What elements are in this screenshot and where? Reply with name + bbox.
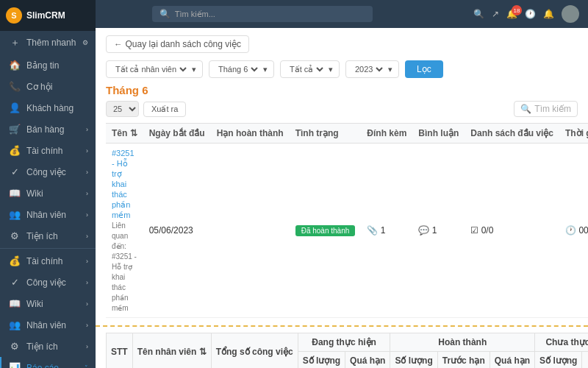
category-select[interactable]: Tất cả bbox=[287, 64, 326, 74]
sidebar-label: Bảng tin bbox=[26, 60, 59, 71]
category-filter[interactable]: Tất cả ▾ bbox=[280, 60, 340, 78]
task-checklist: ☑ 0/0 bbox=[465, 144, 559, 318]
month-filter[interactable]: Tháng 6 ▾ bbox=[209, 60, 274, 78]
task-search-box[interactable]: 🔍 Tìm kiếm bbox=[514, 101, 578, 117]
logo-icon: S bbox=[6, 7, 22, 24]
sidebar-item-nhan-vien[interactable]: 👥 Nhân viên › bbox=[0, 204, 96, 225]
col-due: Hạn hoàn thành bbox=[211, 124, 290, 144]
search-icon: 🔍 bbox=[159, 9, 171, 19]
sidebar-item-tai-chinh2[interactable]: 💰 Tài chính › bbox=[0, 250, 96, 272]
utility-icon: ⚙ bbox=[9, 230, 21, 241]
finance2-icon: 💰 bbox=[9, 255, 21, 266]
col-ip-qty: Số lượng bbox=[298, 352, 345, 369]
col-comment: Bình luận bbox=[412, 124, 465, 144]
sidebar-item-tien-ich[interactable]: ⚙ Tiện ích › bbox=[0, 225, 96, 247]
sidebar-item-cong-viec2[interactable]: ✓ Công việc › bbox=[0, 272, 96, 293]
search-icon: 🔍 bbox=[520, 104, 531, 114]
tasks-controls: 25 Xuất ra 🔍 Tìm kiếm bbox=[106, 101, 578, 117]
col-done-qty: Số lượng bbox=[390, 352, 437, 369]
year-select[interactable]: 2023 bbox=[352, 64, 385, 74]
filter-row: Tất cả nhân viên ▾ Tháng 6 ▾ Tất cả ▾ bbox=[106, 60, 578, 78]
sidebar-item-them-nhanh[interactable]: ＋ Thêm nhanh ⚙ bbox=[0, 31, 96, 54]
page-size-select[interactable]: 25 bbox=[106, 101, 139, 117]
topbar: 🔍 Tìm kiếm... 🔍 ↗ 🔔 18 🕐 🔔 bbox=[96, 0, 588, 28]
year-filter[interactable]: 2023 ▾ bbox=[345, 60, 399, 78]
sidebar-item-tai-chinh[interactable]: 💰 Tài chính › bbox=[0, 140, 96, 161]
sidebar-item-bao-cao[interactable]: 📊 Báo cáo ˅ bbox=[0, 357, 96, 368]
main-content: 🔍 Tìm kiếm... 🔍 ↗ 🔔 18 🕐 🔔 ← Quay lại da… bbox=[96, 0, 588, 368]
sidebar-item-bang-tin[interactable]: 🏠 Bảng tin bbox=[0, 54, 96, 76]
app-logo: S SlimCRM bbox=[0, 0, 96, 31]
sidebar-item-co-hoi[interactable]: 📞 Cơ hội bbox=[0, 76, 96, 97]
employee-select[interactable]: Tất cả nhân viên bbox=[112, 64, 189, 74]
task-status: Đã hoàn thành bbox=[290, 144, 362, 318]
chevron-right-icon: › bbox=[86, 169, 88, 176]
share-icon[interactable]: ↗ bbox=[492, 9, 499, 19]
sidebar-label: Thêm nhanh bbox=[26, 38, 76, 48]
settings-icon: ⚙ bbox=[82, 39, 88, 46]
task-link[interactable]: #3251 - Hỗ trợ khai thác phần mềm bbox=[112, 149, 135, 219]
task-name-cell: #3251 - Hỗ trợ khai thác phần mềm Liên q… bbox=[106, 144, 143, 318]
sidebar-item-wiki2[interactable]: 📖 Wiki › bbox=[0, 293, 96, 314]
task-icon: ✓ bbox=[9, 166, 21, 177]
col-attach: Đính kèm bbox=[361, 124, 412, 144]
user-icon: 👤 bbox=[9, 102, 21, 113]
sidebar-label: Tiện ích bbox=[26, 342, 58, 352]
lower-section: STT Tên nhân viên ⇅ Tổng số công việc Đa… bbox=[96, 327, 588, 368]
sidebar-label: Wiki bbox=[26, 188, 43, 199]
people2-icon: 👥 bbox=[9, 319, 21, 330]
col-done-over: Quá hạn bbox=[490, 352, 534, 369]
finance-icon: 💰 bbox=[9, 145, 21, 156]
notification-bell[interactable]: 🔔 18 bbox=[506, 9, 517, 19]
utility2-icon: ⚙ bbox=[9, 341, 21, 352]
clock-icon[interactable]: 🕐 bbox=[525, 9, 536, 19]
search-label: Tìm kiếm bbox=[534, 104, 571, 114]
employee-filter[interactable]: Tất cả nhân viên ▾ bbox=[106, 60, 203, 78]
sidebar-label: Khách hàng bbox=[26, 103, 74, 113]
task2-icon: ✓ bbox=[9, 277, 21, 288]
sort-icon[interactable]: ⇅ bbox=[199, 347, 207, 357]
chevron-right-icon: › bbox=[86, 258, 88, 265]
user-avatar[interactable] bbox=[562, 5, 579, 23]
back-button[interactable]: ← Quay lại danh sách công việc bbox=[106, 35, 249, 53]
topbar-icons: 🔍 ↗ 🔔 18 🕐 🔔 bbox=[473, 5, 579, 23]
sidebar-label: Tài chính bbox=[26, 256, 62, 266]
section-title: Tháng 6 bbox=[106, 84, 578, 96]
sidebar-item-cong-viec[interactable]: ✓ Công việc › bbox=[0, 161, 96, 183]
paperclip-icon: 📎 bbox=[367, 225, 378, 236]
month-select[interactable]: Tháng 6 bbox=[215, 64, 260, 74]
sidebar-label: Wiki bbox=[26, 299, 43, 309]
table-header-row: Tên ⇅ Ngày bắt đầu Hạn hoàn thành Tình t… bbox=[106, 124, 588, 144]
sidebar-item-khach-hang[interactable]: 👤 Khách hàng bbox=[0, 97, 96, 118]
col-not-pct: Tỷ lệ bbox=[582, 352, 588, 369]
filter-button[interactable]: Lọc bbox=[405, 60, 443, 78]
sidebar-label: Công việc bbox=[26, 277, 66, 288]
sidebar-item-nhan-vien2[interactable]: 👥 Nhân viên › bbox=[0, 314, 96, 336]
search-topbar-icon[interactable]: 🔍 bbox=[473, 9, 484, 19]
col-status: Tình trạng bbox=[290, 124, 362, 144]
chevron-right-icon: › bbox=[86, 190, 88, 197]
sidebar-item-wiki[interactable]: 📖 Wiki › bbox=[0, 183, 96, 204]
chevron-right-icon: › bbox=[86, 343, 88, 350]
chevron-right-icon: › bbox=[86, 233, 88, 240]
task-time: 🕐 00:00 bbox=[559, 144, 588, 318]
sidebar-label: Công việc bbox=[26, 167, 66, 177]
task-attach: 📎 1 bbox=[361, 144, 412, 318]
sidebar-label: Tài chính bbox=[26, 146, 62, 156]
sidebar-label: Báo cáo bbox=[26, 363, 59, 369]
col-in-progress: Đang thực hiện bbox=[298, 333, 390, 352]
checklist-icon: ☑ bbox=[470, 225, 478, 236]
search-placeholder: Tìm kiếm... bbox=[175, 10, 215, 19]
export-button[interactable]: Xuất ra bbox=[143, 102, 186, 117]
search-box[interactable]: 🔍 Tìm kiếm... bbox=[152, 6, 373, 22]
sort-icon[interactable]: ⇅ bbox=[130, 128, 137, 138]
bell-icon[interactable]: 🔔 bbox=[543, 9, 554, 19]
sidebar-label: Nhân viên bbox=[26, 320, 66, 330]
col-name: Tên ⇅ bbox=[106, 124, 143, 144]
task-subtitle: Liên quan đến: #3251 - Hỗ trợ khai thác … bbox=[112, 222, 137, 312]
cart-icon: 🛒 bbox=[9, 124, 21, 135]
sidebar-item-tien-ich2[interactable]: ⚙ Tiện ích › bbox=[0, 336, 96, 357]
sidebar-item-ban-hang[interactable]: 🛒 Bán hàng › bbox=[0, 118, 96, 140]
clock-icon: 🕐 bbox=[565, 225, 576, 236]
col-ip-over: Quá hạn bbox=[345, 352, 390, 369]
